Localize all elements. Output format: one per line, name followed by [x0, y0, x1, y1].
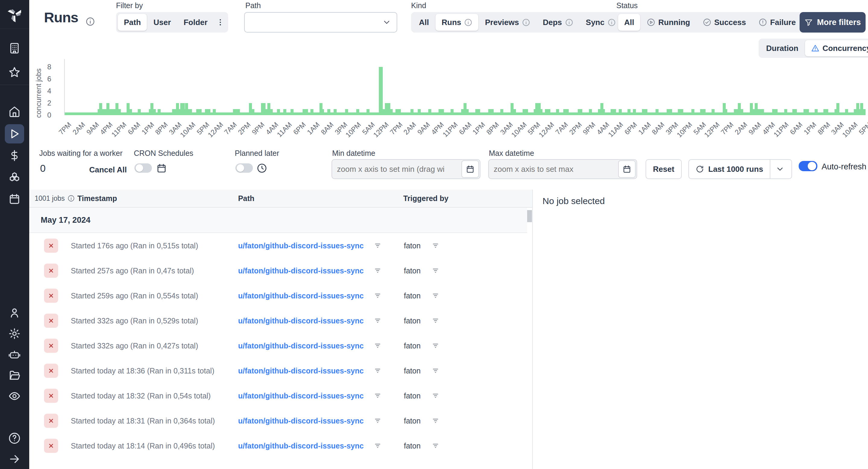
auto-refresh-toggle[interactable]	[799, 161, 817, 171]
planned-later-toggle[interactable]	[236, 163, 253, 173]
sidebar-item-home[interactable]	[5, 102, 24, 121]
filter-by-path-icon[interactable]	[374, 292, 381, 300]
table-row[interactable]: Started today at 18:14 (Ran in 0,496s to…	[29, 433, 527, 458]
filter-by-user-icon[interactable]	[432, 292, 439, 300]
filter-by-path-icon[interactable]	[374, 442, 381, 450]
filter-by-path-icon[interactable]	[374, 317, 381, 324]
filter-by-path-icon[interactable]	[374, 417, 381, 425]
filter-by-user[interactable]: User	[147, 14, 177, 31]
run-path-link[interactable]: u/faton/github-discord-issues-sync	[238, 266, 364, 275]
filter-by-user-icon[interactable]	[432, 392, 439, 400]
filter-by-path-icon[interactable]	[374, 392, 381, 400]
filter-by-path-icon[interactable]	[374, 367, 381, 375]
filter-by-more-menu[interactable]	[214, 14, 226, 31]
table-row[interactable]: Started 332s ago (Ran in 0,529s total) u…	[29, 308, 527, 333]
filter-by-user-icon[interactable]	[432, 317, 439, 324]
failure-status-badge	[44, 288, 58, 303]
runs-count-dropdown[interactable]	[770, 160, 789, 179]
cancel-all-button[interactable]: Cancel All	[89, 165, 127, 175]
filter-by-path[interactable]: Path	[118, 14, 147, 31]
sidebar-item-runs[interactable]	[5, 124, 24, 144]
filter-by-user-icon[interactable]	[432, 242, 439, 250]
sidebar-item-resources[interactable]	[5, 168, 24, 187]
sidebar-item-user[interactable]	[5, 303, 24, 322]
sidebar-item-usage[interactable]	[5, 146, 24, 165]
filter-by-user-icon[interactable]	[432, 442, 439, 450]
run-triggered-by: faton	[404, 341, 421, 350]
info-icon[interactable]	[67, 195, 75, 202]
run-path-link[interactable]: u/faton/github-discord-issues-sync	[238, 366, 364, 375]
chart-bar	[669, 109, 672, 115]
clock-icon[interactable]	[256, 163, 267, 174]
table-row[interactable]: Started 176s ago (Ran in 0,515s total) u…	[29, 233, 527, 258]
sidebar-divider	[0, 85, 29, 85]
table-row[interactable]: Started today at 18:36 (Ran in 0,311s to…	[29, 358, 527, 383]
status-success[interactable]: Success	[697, 14, 752, 31]
filter-by-user-icon[interactable]	[432, 267, 439, 275]
sidebar-item-schedules[interactable]	[5, 189, 24, 209]
reset-button[interactable]: Reset	[646, 159, 682, 179]
path-select[interactable]	[244, 12, 397, 33]
more-filters-button[interactable]: More filters	[800, 12, 866, 33]
run-path-link[interactable]: u/faton/github-discord-issues-sync	[238, 441, 364, 450]
sidebar-item-settings[interactable]	[5, 324, 24, 343]
chart-bar	[566, 109, 569, 115]
calendar-icon[interactable]	[156, 163, 167, 174]
windmill-logo[interactable]	[0, 0, 29, 29]
sidebar-item-folders[interactable]	[5, 366, 24, 385]
min-datetime-input[interactable]	[332, 164, 461, 174]
runs-info-icon[interactable]	[86, 17, 95, 26]
min-datetime-calendar-button[interactable]	[461, 160, 479, 178]
chart-bar	[775, 109, 778, 115]
sidebar-item-audit-logs[interactable]	[5, 386, 24, 406]
kind-sync[interactable]: Sync	[580, 14, 622, 31]
chart-bar	[118, 109, 121, 115]
max-datetime-calendar-button[interactable]	[618, 160, 636, 178]
status-failure[interactable]: Failure	[752, 14, 802, 31]
run-path-link[interactable]: u/faton/github-discord-issues-sync	[238, 291, 364, 300]
view-duration[interactable]: Duration	[760, 40, 804, 56]
filter-by-path-icon[interactable]	[374, 267, 381, 275]
status-all[interactable]: All	[618, 14, 640, 31]
filter-by-user-icon[interactable]	[432, 367, 439, 375]
run-path-link[interactable]: u/faton/github-discord-issues-sync	[238, 241, 364, 250]
run-path-link[interactable]: u/faton/github-discord-issues-sync	[238, 416, 364, 425]
table-row[interactable]: Started today at 18:31 (Ran in 0,364s to…	[29, 408, 527, 433]
column-timestamp: Timestamp	[78, 194, 117, 203]
filter-by-user-icon[interactable]	[432, 342, 439, 350]
option-label: Previews	[485, 18, 519, 27]
sidebar-item-favorites[interactable]	[5, 63, 24, 82]
calendar-icon	[466, 164, 475, 174]
status-running[interactable]: Running	[641, 14, 696, 31]
chart-bar	[310, 109, 313, 115]
run-path-link[interactable]: u/faton/github-discord-issues-sync	[238, 341, 364, 350]
table-row[interactable]: Started today at 18:32 (Ran in 0,54s tot…	[29, 383, 527, 408]
windmill-logo-icon	[7, 7, 23, 22]
kind-previews[interactable]: Previews	[479, 14, 536, 31]
run-path-link[interactable]: u/faton/github-discord-issues-sync	[238, 391, 364, 400]
max-datetime-input[interactable]	[489, 164, 618, 174]
view-concurrency[interactable]: Concurrency	[805, 40, 868, 56]
runs-count-refresh[interactable]: Last 1000 runs	[689, 160, 770, 179]
filter-by-path-icon[interactable]	[374, 242, 381, 250]
filter-by-user-icon[interactable]	[432, 417, 439, 425]
filter-by-folder[interactable]: Folder	[178, 14, 213, 31]
table-header: 1001 jobs Timestamp Path Triggered by	[29, 190, 532, 208]
kind-runs[interactable]: Runs	[435, 14, 478, 31]
kind-all[interactable]: All	[413, 14, 435, 31]
sidebar-item-workers[interactable]	[5, 345, 24, 365]
sidebar-item-expand[interactable]	[5, 449, 24, 469]
chart-bar	[602, 109, 605, 115]
run-timestamp: Started today at 18:31 (Ran in 0,364s to…	[71, 416, 215, 425]
filter-by-path-icon[interactable]	[374, 342, 381, 350]
table-row[interactable]: Started 257s ago (Ran in 0,47s total) u/…	[29, 258, 527, 283]
sidebar-item-help[interactable]	[5, 429, 24, 448]
kind-deps[interactable]: Deps	[537, 14, 579, 31]
cron-schedules-toggle[interactable]	[134, 163, 152, 173]
table-scrollbar-thumb[interactable]	[527, 210, 532, 222]
sidebar-item-workspace[interactable]	[5, 39, 24, 58]
chart-bar	[466, 109, 469, 115]
run-path-link[interactable]: u/faton/github-discord-issues-sync	[238, 316, 364, 325]
table-row[interactable]: Started 259s ago (Ran in 0,554s total) u…	[29, 283, 527, 308]
table-row[interactable]: Started 332s ago (Ran in 0,427s total) u…	[29, 333, 527, 358]
